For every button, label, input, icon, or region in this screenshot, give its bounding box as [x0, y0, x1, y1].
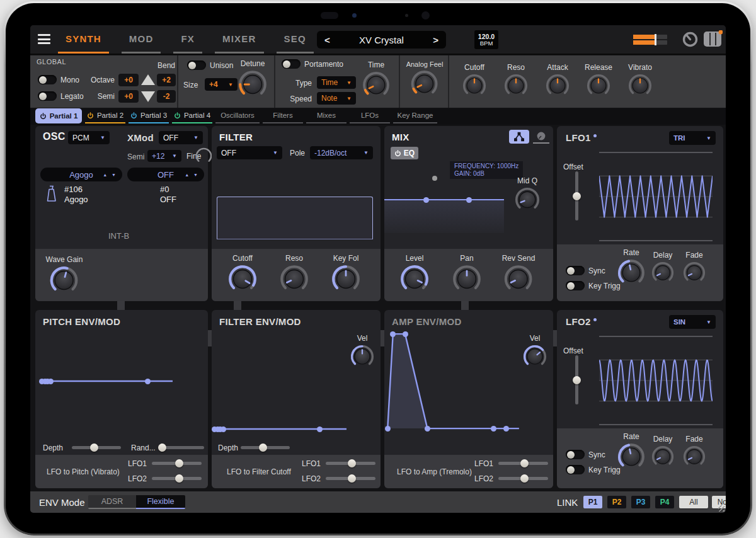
link-p1-button[interactable]: P1	[583, 496, 602, 508]
wave-up-icon[interactable]: ▲	[185, 173, 189, 177]
wave1-selector[interactable]: Agogo ▲▼	[40, 168, 122, 181]
filter-reso-knob[interactable]	[280, 265, 309, 294]
tab-partial-4[interactable]: Partial 4	[172, 108, 212, 123]
mix-revsend-knob[interactable]	[504, 265, 533, 294]
pitch-lfo1-slider[interactable]	[152, 462, 202, 465]
wave-gain-knob[interactable]	[50, 266, 79, 295]
macro-reso-knob[interactable]	[504, 74, 528, 98]
octave-value[interactable]: +0	[118, 74, 139, 86]
pitch-lfo2-slider[interactable]	[152, 477, 202, 480]
legato-toggle[interactable]	[38, 91, 57, 101]
tab-partial-3[interactable]: Partial 3	[129, 108, 169, 123]
osc-fine-knob[interactable]	[195, 147, 212, 164]
lfo2-wave-dropdown[interactable]: SIN▼	[669, 315, 716, 329]
filter-cutoff-knob[interactable]	[228, 265, 257, 294]
filter-depth-slider[interactable]	[241, 446, 290, 449]
unison-size-dropdown[interactable]: +4▼	[205, 78, 238, 91]
amp-lfo2-slider[interactable]	[498, 477, 548, 480]
lfo1-keytrigg-toggle[interactable]	[566, 281, 585, 290]
macro-vibrato-knob[interactable]	[628, 74, 652, 98]
octave-down-button[interactable]	[141, 91, 155, 102]
pitch-depth-slider[interactable]	[72, 446, 121, 449]
patch-next-button[interactable]: >	[433, 35, 438, 45]
wave-up-icon[interactable]: ▲	[103, 173, 107, 177]
mix-level-knob[interactable]	[400, 265, 429, 294]
tab-mod[interactable]: MOD	[122, 25, 161, 54]
patch-prev-button[interactable]: <	[324, 35, 330, 45]
lfo1-sync-toggle[interactable]	[566, 266, 585, 275]
bend-down-value[interactable]: -2	[157, 90, 176, 103]
patch-name[interactable]: XV Crystal	[359, 35, 404, 45]
keyboard-icon[interactable]	[703, 30, 723, 48]
eq-curve-display[interactable]	[384, 176, 510, 236]
env-mode-flexible-button[interactable]: Flexible	[136, 495, 185, 509]
filter-keyfol-knob[interactable]	[331, 265, 360, 294]
link-p4-button[interactable]: P4	[655, 496, 674, 508]
knob-view-button[interactable]	[533, 130, 549, 144]
tab-oscillators[interactable]: Oscillators	[215, 108, 260, 123]
porta-time-knob[interactable]	[362, 71, 390, 99]
macro-cutoff-knob[interactable]	[462, 74, 486, 98]
lfo1-fade-knob[interactable]	[683, 261, 706, 284]
resize-grip[interactable]	[718, 505, 724, 512]
lfo2-waveform-display[interactable]	[599, 357, 713, 404]
analog-feel-knob[interactable]	[411, 70, 438, 98]
unison-toggle[interactable]	[187, 60, 206, 70]
filter-lfo2-slider[interactable]	[326, 477, 375, 480]
link-p2-button[interactable]: P2	[607, 496, 626, 508]
tab-key-range[interactable]: Key Range	[393, 108, 437, 123]
macro-release-knob[interactable]	[587, 74, 610, 98]
mid-q-knob[interactable]	[515, 187, 540, 212]
tab-mixer[interactable]: MIXER	[215, 25, 264, 54]
tab-partial-1[interactable]: Partial 1	[35, 108, 82, 123]
tab-fx[interactable]: FX	[173, 25, 202, 54]
lfo2-rate-knob[interactable]	[617, 443, 645, 471]
tab-filters[interactable]: Filters	[263, 108, 303, 123]
link-p3-button[interactable]: P3	[631, 496, 650, 508]
bpm-display[interactable]: 120.0BPM	[474, 30, 498, 49]
porta-speed-dropdown[interactable]: Note▼	[317, 92, 356, 105]
lfo2-sync-toggle[interactable]	[566, 450, 585, 459]
osc-mode-dropdown[interactable]: PCM▼	[68, 131, 110, 144]
filter-pole-dropdown[interactable]: -12dB/oct▼	[310, 146, 373, 159]
tab-lfos[interactable]: LFOs	[350, 108, 390, 123]
xmod-dropdown[interactable]: OFF▼	[159, 131, 203, 144]
tab-seq[interactable]: SEQ	[277, 25, 314, 54]
amp-env-vel-knob[interactable]	[523, 345, 547, 369]
filter-type-dropdown[interactable]: OFF▼	[217, 146, 282, 159]
lfo1-waveform-display[interactable]	[599, 173, 713, 220]
pitch-env-display[interactable]	[40, 343, 173, 419]
filter-lfo1-slider[interactable]	[326, 462, 375, 465]
tab-partial-2[interactable]: Partial 2	[85, 108, 125, 123]
amp-env-display[interactable]	[386, 329, 520, 432]
mixer-fader-icon[interactable]	[633, 33, 667, 46]
porta-type-dropdown[interactable]: Time▼	[317, 76, 356, 89]
semi-value[interactable]: +0	[118, 90, 139, 103]
bend-up-value[interactable]: +2	[157, 74, 176, 86]
lfo1-wave-dropdown[interactable]: TRI▼	[669, 131, 716, 145]
filter-response-display[interactable]	[217, 197, 373, 239]
routing-view-button[interactable]	[509, 130, 529, 144]
pitch-rand-slider[interactable]	[159, 446, 204, 449]
lfo1-rate-knob[interactable]	[617, 259, 645, 287]
lfo2-offset-slider[interactable]	[575, 355, 578, 404]
lfo2-keytrigg-toggle[interactable]	[566, 465, 585, 474]
knob-mode-icon[interactable]	[682, 31, 699, 48]
octave-up-button[interactable]	[141, 74, 155, 85]
lfo2-fade-knob[interactable]	[683, 445, 706, 468]
wave2-selector[interactable]: OFF ▲▼	[127, 168, 204, 181]
macro-attack-knob[interactable]	[546, 74, 570, 98]
tab-mixes[interactable]: Mixes	[306, 108, 346, 123]
wave-down-icon[interactable]: ▼	[193, 173, 198, 177]
detune-knob[interactable]	[238, 70, 267, 99]
lfo1-delay-knob[interactable]	[651, 261, 674, 284]
portamento-toggle[interactable]	[282, 59, 301, 69]
menu-icon[interactable]	[38, 34, 50, 44]
mix-pan-knob[interactable]	[452, 265, 481, 294]
link-all-button[interactable]: All	[679, 496, 708, 508]
env-mode-adsr-button[interactable]: ADSR	[88, 495, 136, 509]
tab-synth[interactable]: SYNTH	[58, 25, 109, 54]
filter-env-vel-knob[interactable]	[350, 345, 374, 369]
wave-down-icon[interactable]: ▼	[112, 173, 116, 177]
osc-semi-dropdown[interactable]: +12▼	[147, 150, 181, 162]
